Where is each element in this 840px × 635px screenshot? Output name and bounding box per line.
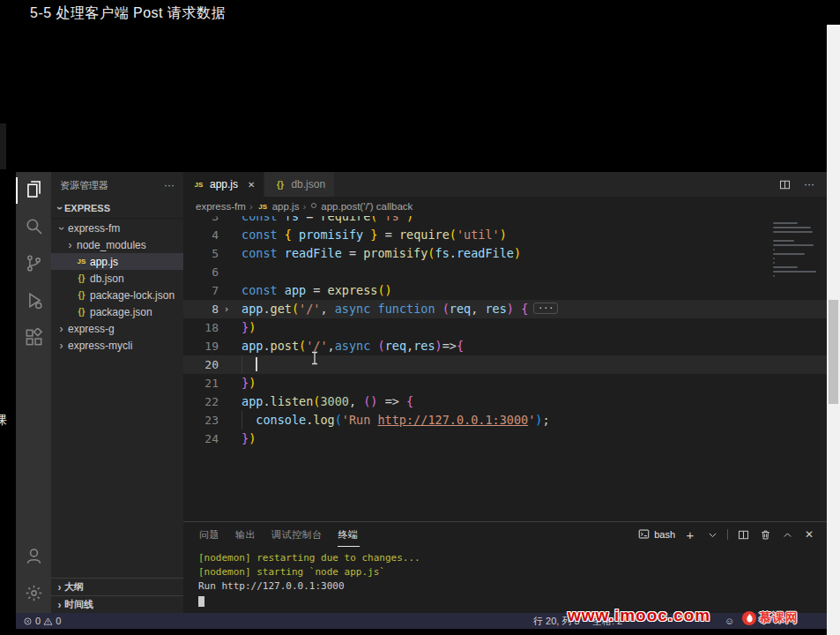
tree-item-label: package.json	[90, 306, 152, 318]
scrub-fragment	[0, 123, 6, 169]
explorer-button[interactable]	[16, 172, 51, 209]
code-text: app.post('/',async (req,res)=>{	[234, 337, 464, 355]
split-icon[interactable]	[736, 527, 750, 542]
tab-db.json[interactable]: {}db.json	[264, 172, 335, 197]
terminal-selector[interactable]: bash	[638, 528, 675, 542]
breadcrumb-item[interactable]: express-fm	[196, 201, 246, 212]
page-scrollbar[interactable]	[827, 25, 840, 635]
feedback-icon[interactable]: ☺	[725, 616, 734, 626]
outline-section[interactable]: › 大纲	[51, 578, 183, 595]
code-line-23[interactable]: 23 console.log('Run http://127.0.0.1:300…	[183, 411, 827, 430]
code-text: })	[234, 374, 256, 392]
breadcrumb: express-fm›JSapp.js›app.post('/') callba…	[183, 197, 827, 216]
panel-tab-输出[interactable]: 输出	[234, 522, 256, 547]
extensions-icon	[25, 328, 43, 350]
panel-tab-终端[interactable]: 终端	[338, 522, 360, 547]
terminal-cursor	[198, 596, 204, 607]
breadcrumb-item[interactable]: JSapp.js	[256, 201, 300, 212]
panel-tab-问题[interactable]: 问题	[198, 522, 220, 547]
section-express[interactable]: › EXPRESS	[51, 198, 183, 218]
line-number: 5	[183, 244, 234, 263]
code-line-7[interactable]: 7const app = express()	[183, 281, 827, 300]
chevron-down-icon: ›	[54, 204, 66, 213]
tree-item-db.json[interactable]: {}db.json	[51, 270, 183, 287]
line-number: 22	[183, 392, 234, 411]
code-line-8[interactable]: 8›app.get('/', async function (req, res)…	[183, 300, 827, 318]
more-icon[interactable]: ···	[802, 177, 816, 191]
source-control-button[interactable]	[16, 246, 51, 283]
terminal-output[interactable]: [nodemon] restarting due to changes...[n…	[183, 547, 827, 613]
problems-indicator[interactable]: 0 0	[23, 616, 61, 626]
tree-item-node_modules[interactable]: ›node_modules	[51, 236, 183, 253]
line-number: 18	[183, 318, 234, 337]
breadcrumb-label: express-fm	[196, 201, 246, 212]
code-line-6[interactable]: 6	[183, 263, 827, 281]
line-number: 7	[183, 281, 234, 300]
timeline-section[interactable]: › 时间线	[51, 595, 183, 613]
extensions-button[interactable]	[16, 320, 51, 357]
tree-item-label: app.js	[90, 256, 118, 268]
trash-icon[interactable]	[758, 527, 772, 542]
account-icon	[25, 547, 43, 569]
chevron-right-icon: ›	[55, 581, 64, 594]
error-count: 0	[35, 616, 41, 626]
tree-item-package-lock.json[interactable]: {}package-lock.json	[51, 287, 183, 303]
close-icon[interactable]: ✕	[802, 527, 816, 542]
sidebar: 资源管理器 ··· › EXPRESS ›express-fm›node_mod…	[51, 172, 183, 613]
code-line-19[interactable]: 19app.post('/',async (req,res)=>{	[183, 337, 827, 355]
scrollbar-thumb[interactable]	[829, 300, 838, 404]
code-line-20[interactable]: 20	[183, 355, 827, 374]
minimap[interactable]	[770, 220, 820, 277]
fold-chevron-icon[interactable]: ›	[219, 300, 234, 318]
line-number: 6	[183, 263, 234, 281]
tree-item-app.js[interactable]: JSapp.js	[51, 253, 183, 270]
shell-label: bash	[654, 529, 675, 540]
line-number: 3	[183, 216, 234, 226]
code-line-18[interactable]: 18})	[183, 318, 827, 337]
code-line-5[interactable]: 5const readFile = promisify(fs.readFile)	[183, 244, 827, 263]
code-text: })	[234, 430, 256, 448]
tree-item-label: db.json	[90, 273, 124, 285]
chevron-right-icon: ›	[65, 239, 75, 251]
tree-item-express-mycli[interactable]: ›express-mycli	[51, 337, 183, 354]
code-line-24[interactable]: 24})	[183, 430, 827, 448]
account-button[interactable]	[16, 539, 51, 576]
breadcrumb-separator: ›	[249, 201, 253, 212]
plus-icon[interactable]: +	[683, 527, 697, 542]
tab-app.js[interactable]: JSapp.js✕	[183, 172, 264, 197]
tab-label: db.json	[291, 178, 325, 190]
editor-area: JSapp.js✕{}db.json ··· express-fm›JSapp.…	[183, 172, 827, 613]
tree-item-express-fm[interactable]: ›express-fm	[51, 220, 183, 236]
json-file-icon: {}	[75, 290, 88, 300]
search-button[interactable]	[16, 209, 51, 246]
code-line-3[interactable]: 3const fs = require('fs')	[183, 216, 827, 226]
code-line-21[interactable]: 21})	[183, 374, 827, 392]
chevron-up-icon[interactable]	[780, 527, 794, 542]
settings-button[interactable]	[16, 576, 51, 613]
more-actions-icon[interactable]: ···	[164, 180, 175, 190]
breadcrumb-item[interactable]: app.post('/') callback	[309, 201, 413, 212]
line-number: 21	[183, 374, 234, 392]
code-line-4[interactable]: 4const { promisify } = require('util')	[183, 226, 827, 244]
code-line-22[interactable]: 22app.listen(3000, () => {	[183, 392, 827, 411]
error-icon	[23, 616, 33, 626]
sidebar-title: 资源管理器	[60, 179, 108, 192]
chevron-down-icon[interactable]	[705, 527, 719, 542]
code-editor[interactable]: 3const fs = require('fs')4const { promis…	[183, 216, 827, 521]
terminal-line: [nodemon] restarting due to changes...	[198, 551, 827, 565]
tab-label: app.js	[210, 178, 238, 190]
folded-code-badge[interactable]: ···	[533, 303, 558, 314]
video-player-area[interactable]	[16, 25, 827, 172]
search-icon	[25, 217, 43, 239]
tree-item-express-g[interactable]: ›express-g	[51, 320, 183, 337]
panel-tab-调试控制台[interactable]: 调试控制台	[271, 522, 323, 547]
divider	[727, 529, 728, 540]
split-editor-icon[interactable]	[777, 177, 792, 191]
tree-item-package.json[interactable]: {}package.json	[51, 303, 183, 320]
debug-icon	[25, 291, 43, 313]
imooc-logo: 慕课网	[742, 610, 799, 626]
close-icon[interactable]: ✕	[248, 180, 255, 190]
code-text: console.log('Run http://127.0.0.1:3000')…	[234, 411, 550, 430]
code-text: app.get('/', async function (req, res) {…	[234, 300, 558, 318]
run-debug-button[interactable]	[16, 283, 51, 320]
